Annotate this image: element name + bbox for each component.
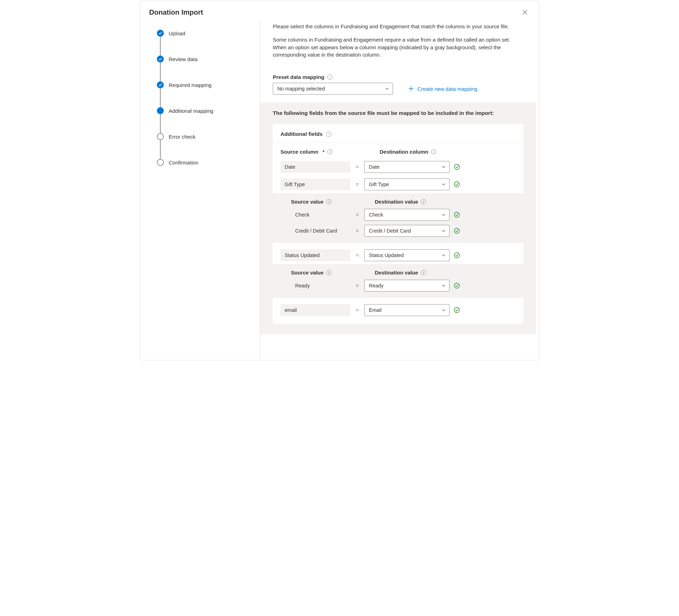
destination-column-select[interactable]: Email bbox=[364, 304, 450, 316]
step-additional-mapping[interactable]: Additional mapping bbox=[157, 107, 251, 114]
step-label: Upload bbox=[169, 30, 185, 36]
mapping-row: Gift Type = Gift Type bbox=[273, 176, 524, 193]
step-label: Confirmation bbox=[169, 160, 198, 166]
mapping-panel: The following fields from the source fil… bbox=[260, 102, 536, 334]
option-set-group: Source value i Destination value i bbox=[273, 264, 524, 298]
step-review-data[interactable]: Review data bbox=[157, 56, 251, 63]
chevron-down-icon bbox=[441, 213, 446, 217]
destination-column-select[interactable]: Status Updated bbox=[364, 249, 450, 261]
svg-point-4 bbox=[454, 253, 460, 258]
close-icon bbox=[523, 10, 527, 15]
info-icon[interactable]: i bbox=[327, 74, 333, 80]
destination-value-select[interactable]: Credit / Debit Card bbox=[364, 225, 450, 237]
intro-paragraph-2: Some columns in Fundraising and Engageme… bbox=[273, 36, 517, 59]
step-confirmation[interactable]: Confirmation bbox=[157, 159, 251, 166]
chevron-down-icon bbox=[441, 284, 446, 288]
dialog-body: Upload Review data Required mapping Addi… bbox=[140, 21, 539, 360]
option-set-headers: Source value i Destination value i bbox=[273, 267, 524, 278]
destination-column-select[interactable]: Date bbox=[364, 161, 450, 173]
info-icon[interactable]: i bbox=[421, 270, 426, 275]
info-icon[interactable]: i bbox=[421, 199, 426, 204]
intro-text: Please select the columns in Fundraising… bbox=[260, 21, 536, 71]
wizard-steps: Upload Review data Required mapping Addi… bbox=[140, 21, 260, 360]
mapping-panel-title: The following fields from the source fil… bbox=[273, 110, 524, 116]
main-content: Please select the columns in Fundraising… bbox=[260, 21, 539, 360]
info-icon[interactable]: i bbox=[327, 149, 333, 154]
create-new-mapping-button[interactable]: Create new data mapping bbox=[408, 86, 477, 92]
equals-icon: = bbox=[350, 307, 364, 313]
svg-point-0 bbox=[454, 164, 460, 170]
info-icon[interactable]: i bbox=[326, 270, 331, 275]
mapping-row: email = Email bbox=[273, 298, 524, 324]
step-marker-done-icon bbox=[157, 81, 164, 88]
info-icon[interactable]: i bbox=[326, 132, 331, 137]
preset-mapping-select[interactable]: No mapping selected bbox=[273, 83, 393, 95]
preset-controls: No mapping selected Create new data mapp… bbox=[273, 83, 517, 95]
step-required-mapping[interactable]: Required mapping bbox=[157, 81, 251, 88]
destination-value-header: Destination value i bbox=[375, 270, 460, 276]
valid-check-icon bbox=[454, 164, 460, 170]
chevron-down-icon bbox=[441, 253, 446, 257]
step-upload[interactable]: Upload bbox=[157, 30, 251, 37]
step-label: Error check bbox=[169, 134, 196, 140]
info-icon[interactable]: i bbox=[431, 149, 436, 154]
valid-check-icon bbox=[454, 283, 460, 289]
step-marker-done-icon bbox=[157, 56, 164, 63]
chevron-down-icon bbox=[385, 87, 389, 91]
column-headers: Source column * i Destination column i bbox=[273, 142, 524, 158]
card-header: Additional fields i bbox=[273, 124, 524, 142]
source-column-header: Source column * i bbox=[280, 149, 366, 155]
valid-check-icon bbox=[454, 307, 460, 313]
source-value-header: Source value i bbox=[291, 199, 361, 205]
chevron-down-icon bbox=[441, 182, 446, 186]
step-marker-upcoming-icon bbox=[157, 133, 164, 140]
source-column-value: Status Updated bbox=[280, 249, 350, 261]
create-new-mapping-label: Create new data mapping bbox=[417, 86, 477, 92]
dialog-title: Donation Import bbox=[149, 8, 203, 16]
donation-import-dialog: Donation Import Upload Review data bbox=[140, 1, 539, 360]
step-marker-done-icon bbox=[157, 30, 164, 37]
valid-check-icon bbox=[454, 212, 460, 218]
preset-selected-value: No mapping selected bbox=[277, 86, 325, 91]
destination-value-select[interactable]: Check bbox=[364, 209, 450, 221]
svg-point-6 bbox=[454, 308, 460, 313]
preset-label-row: Preset data mapping i bbox=[273, 74, 517, 80]
valid-check-icon bbox=[454, 181, 460, 188]
equals-icon: = bbox=[350, 212, 364, 218]
step-marker-upcoming-icon bbox=[157, 159, 164, 166]
equals-icon: = bbox=[350, 283, 364, 289]
dialog-header: Donation Import bbox=[140, 1, 539, 21]
source-column-value: email bbox=[280, 304, 350, 316]
destination-value-select[interactable]: Ready bbox=[364, 280, 450, 292]
mapping-row: Status Updated = Status Updated bbox=[273, 243, 524, 264]
plus-icon bbox=[408, 86, 414, 91]
chevron-down-icon bbox=[441, 229, 446, 233]
destination-column-header: Destination column i bbox=[380, 149, 465, 155]
step-marker-current-icon bbox=[157, 107, 164, 114]
step-label: Required mapping bbox=[169, 82, 212, 88]
source-column-value: Gift Type bbox=[280, 178, 350, 190]
step-connector bbox=[160, 37, 161, 56]
svg-point-3 bbox=[454, 228, 460, 234]
equals-icon: = bbox=[350, 252, 364, 258]
destination-value-header: Destination value i bbox=[375, 199, 460, 205]
card-title: Additional fields bbox=[280, 131, 323, 137]
step-connector bbox=[160, 63, 161, 81]
close-button[interactable] bbox=[519, 7, 531, 18]
mapping-row: Date = Date bbox=[273, 158, 524, 176]
chevron-down-icon bbox=[441, 308, 446, 312]
destination-column-select[interactable]: Gift Type bbox=[364, 178, 450, 190]
preset-label: Preset data mapping bbox=[273, 74, 324, 80]
option-set-group: Source value i Destination value i bbox=[273, 193, 524, 243]
main-scroll[interactable]: Please select the columns in Fundraising… bbox=[260, 21, 539, 360]
intro-paragraph-1: Please select the columns in Fundraising… bbox=[273, 23, 517, 30]
chevron-down-icon bbox=[441, 165, 446, 169]
step-connector bbox=[160, 140, 161, 159]
option-mapping-row: Credit / Debit Card = Credit / Debit Car… bbox=[273, 223, 524, 239]
svg-point-2 bbox=[454, 212, 460, 218]
info-icon[interactable]: i bbox=[326, 199, 331, 204]
equals-icon: = bbox=[350, 228, 364, 234]
valid-check-icon bbox=[454, 228, 460, 234]
step-error-check[interactable]: Error check bbox=[157, 133, 251, 140]
option-mapping-row: Ready = Ready bbox=[273, 278, 524, 294]
